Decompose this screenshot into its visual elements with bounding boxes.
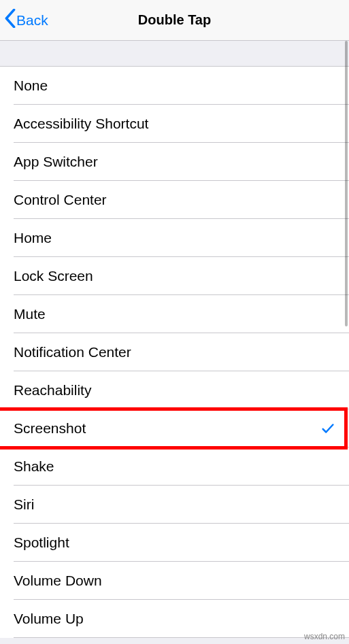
chevron-left-icon: [4, 9, 16, 31]
option-row[interactable]: Accessibility Shortcut: [0, 105, 349, 143]
option-row[interactable]: Reachability: [0, 371, 349, 409]
navigation-bar: Back Double Tap: [0, 0, 349, 41]
option-row[interactable]: Spotlight: [0, 524, 349, 562]
option-row[interactable]: Screenshot: [0, 409, 349, 447]
option-label: Volume Down: [14, 573, 335, 589]
option-label: Mute: [14, 306, 335, 322]
option-label: App Switcher: [14, 154, 335, 170]
option-row[interactable]: Mute: [0, 295, 349, 333]
option-label: Home: [14, 230, 335, 246]
page-title: Double Tap: [138, 12, 211, 28]
checkmark-icon: [320, 421, 335, 436]
option-row[interactable]: Lock Screen: [0, 257, 349, 295]
option-label: Lock Screen: [14, 268, 335, 284]
section-spacer: [0, 41, 349, 67]
option-row[interactable]: None: [0, 67, 349, 105]
options-list: NoneAccessibility ShortcutApp SwitcherCo…: [0, 67, 349, 638]
back-label: Back: [16, 12, 48, 29]
option-row[interactable]: Siri: [0, 486, 349, 524]
option-row[interactable]: Notification Center: [0, 333, 349, 371]
option-label: Shake: [14, 458, 335, 475]
option-label: None: [14, 78, 335, 94]
option-row[interactable]: Volume Down: [0, 562, 349, 600]
option-label: Notification Center: [14, 344, 335, 360]
option-label: Accessibility Shortcut: [14, 116, 335, 132]
option-row[interactable]: Shake: [0, 447, 349, 486]
option-row[interactable]: App Switcher: [0, 143, 349, 181]
back-button[interactable]: Back: [4, 0, 48, 40]
option-row[interactable]: Volume Up: [0, 600, 349, 638]
option-label: Spotlight: [14, 535, 335, 551]
option-label: Reachability: [14, 382, 335, 399]
option-label: Control Center: [14, 192, 335, 208]
option-label: Screenshot: [14, 420, 320, 437]
option-row[interactable]: Control Center: [0, 181, 349, 219]
watermark: wsxdn.com: [304, 632, 345, 641]
option-label: Siri: [14, 496, 335, 513]
option-label: Volume Up: [14, 611, 335, 627]
option-row[interactable]: Home: [0, 219, 349, 257]
